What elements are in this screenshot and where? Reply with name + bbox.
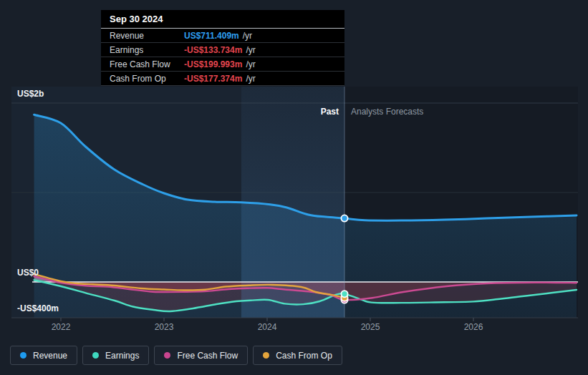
x-axis-label-2026: 2026 [464, 322, 483, 332]
x-axis-label-2024: 2024 [258, 322, 277, 332]
revenue-marker[interactable] [341, 215, 347, 221]
tooltip-label: Cash From Op [110, 74, 184, 84]
tooltip-label: Free Cash Flow [110, 59, 184, 69]
earnings-marker[interactable] [341, 291, 347, 297]
tooltip-value: -US$133.734m [184, 45, 242, 55]
hover-tooltip: Sep 30 2024 Revenue US$711.409m /yr Earn… [101, 10, 344, 86]
legend-item-free-cash-flow[interactable]: Free Cash Flow [154, 346, 248, 365]
legend-label: Earnings [105, 351, 139, 361]
tooltip-date: Sep 30 2024 [101, 10, 344, 29]
tooltip-row-free-cash-flow: Free Cash Flow -US$199.993m /yr [101, 57, 344, 72]
earnings-dot-icon [92, 352, 99, 359]
legend-item-cash-from-op[interactable]: Cash From Op [253, 346, 342, 365]
tooltip-value: US$711.409m [184, 31, 239, 41]
legend-label: Revenue [33, 351, 67, 361]
earnings-revenue-chart-panel: US$2b US$0 -US$400m 2022 2023 2024 2025 … [0, 0, 588, 375]
tooltip-suffix: /yr [246, 45, 255, 55]
past-section-label: Past [0, 107, 339, 117]
tooltip-suffix: /yr [243, 31, 252, 41]
legend-label: Free Cash Flow [177, 351, 238, 361]
cash-from-op-dot-icon [263, 352, 269, 359]
tooltip-suffix: /yr [246, 59, 255, 69]
forecast-section-label: Analysts Forecasts [351, 107, 423, 117]
y-axis-label-0: US$0 [17, 268, 39, 278]
y-axis-label-neg400m: -US$400m [17, 303, 59, 313]
legend-item-revenue[interactable]: Revenue [10, 346, 77, 365]
x-axis-label-2022: 2022 [52, 322, 71, 332]
tooltip-label: Earnings [110, 45, 184, 55]
tooltip-row-cash-from-op: Cash From Op -US$177.374m /yr [101, 72, 344, 86]
highlight-band [241, 87, 344, 318]
tooltip-value: -US$199.993m [184, 59, 242, 69]
free-cash-flow-dot-icon [164, 352, 170, 359]
tooltip-suffix: /yr [246, 74, 255, 84]
tooltip-label: Revenue [110, 31, 184, 41]
x-axis-label-2023: 2023 [155, 322, 174, 332]
legend-label: Cash From Op [276, 351, 332, 361]
x-axis-label-2025: 2025 [361, 322, 380, 332]
tooltip-row-revenue: Revenue US$711.409m /yr [101, 29, 344, 43]
legend: Revenue Earnings Free Cash Flow Cash Fro… [10, 346, 342, 365]
tooltip-row-earnings: Earnings -US$133.734m /yr [101, 43, 344, 57]
tooltip-value: -US$177.374m [184, 74, 242, 84]
y-axis-label-2b: US$2b [17, 89, 44, 99]
legend-item-earnings[interactable]: Earnings [82, 346, 149, 365]
revenue-dot-icon [20, 352, 26, 359]
